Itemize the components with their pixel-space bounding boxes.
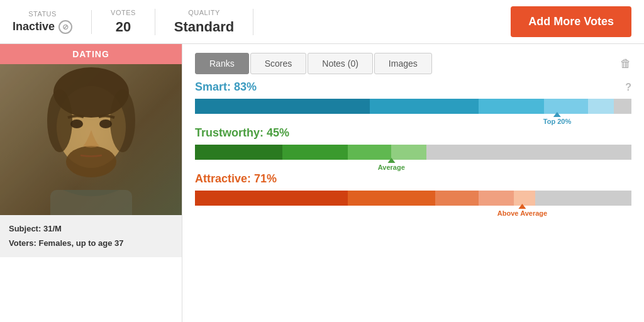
add-votes-button[interactable]: Add More Votes xyxy=(511,6,631,37)
trustworthy-label: Trustworthy: 45% xyxy=(195,126,289,140)
help-icon-smart[interactable]: ? xyxy=(625,82,631,93)
trustworthy-title: Trustworthy: 45% xyxy=(195,126,631,140)
right-panel: Ranks Scores Notes (0) Images 🗑 Smart: 8… xyxy=(182,44,644,322)
tab-ranks[interactable]: Ranks xyxy=(195,53,249,74)
voters-value: Females, up to age 37 xyxy=(38,238,123,248)
attractive-bar: Above Average xyxy=(195,191,631,206)
subject-row: Subject: 31/M xyxy=(9,221,173,236)
votes-section: VOTES 20 xyxy=(92,9,155,35)
left-panel: DATING xyxy=(0,44,182,322)
status-value: Inactive ⊘ xyxy=(13,20,72,34)
trustworthy-stat: Trustworthy: 45% Average xyxy=(195,126,631,160)
category-label: DATING xyxy=(0,44,182,64)
smart-marker-label: Top 20% xyxy=(543,118,571,125)
smart-title: Smart: 83% ? xyxy=(195,80,631,94)
smart-bar: Top 20% xyxy=(195,99,631,114)
status-label: STATUS xyxy=(28,10,57,18)
status-section: STATUS Inactive ⊘ xyxy=(13,10,92,34)
votes-value: 20 xyxy=(116,19,131,35)
smart-label: Smart: 83% xyxy=(195,80,257,94)
subject-value: 31/M xyxy=(43,224,62,233)
attr-seg-1 xyxy=(195,191,348,206)
toggle-icon[interactable]: ⊘ xyxy=(58,20,72,34)
trustworthy-marker-label: Average xyxy=(378,164,405,171)
smart-rest xyxy=(614,99,631,114)
profile-photo xyxy=(0,64,182,215)
quality-section: QUALITY Standard xyxy=(155,9,253,35)
tab-images[interactable]: Images xyxy=(374,53,432,74)
smart-seg-2 xyxy=(370,99,479,114)
delete-icon[interactable]: 🗑 xyxy=(620,57,631,70)
smart-seg-5 xyxy=(588,99,614,114)
trustworthy-bar: Average xyxy=(195,145,631,160)
voters-row: Voters: Females, up to age 37 xyxy=(9,236,173,250)
trust-seg-2 xyxy=(282,145,348,160)
tabs-bar: Ranks Scores Notes (0) Images 🗑 xyxy=(195,44,631,80)
attr-rest xyxy=(535,191,631,206)
attractive-marker-label: Above Average xyxy=(497,209,547,217)
status-text: Inactive xyxy=(13,20,55,33)
trustworthy-arrow xyxy=(387,158,395,163)
header: STATUS Inactive ⊘ VOTES 20 QUALITY Stand… xyxy=(0,0,644,44)
smart-seg-1 xyxy=(195,99,370,114)
attractive-arrow xyxy=(519,204,526,209)
attractive-marker: Above Average xyxy=(497,204,547,217)
attractive-title: Attractive: 71% xyxy=(195,172,631,186)
attr-seg-2 xyxy=(348,191,435,206)
smart-seg-3 xyxy=(479,99,544,114)
trust-seg-1 xyxy=(195,145,282,160)
quality-value: Standard xyxy=(174,19,234,35)
trust-rest xyxy=(426,145,631,160)
trustworthy-marker: Average xyxy=(378,158,405,171)
tab-notes[interactable]: Notes (0) xyxy=(308,53,373,74)
smart-arrow xyxy=(553,112,561,117)
smart-marker: Top 20% xyxy=(543,112,571,125)
attractive-label: Attractive: 71% xyxy=(195,172,277,186)
attr-seg-3 xyxy=(435,191,479,206)
profile-svg xyxy=(0,64,182,215)
subject-label: Subject: xyxy=(9,224,41,233)
voters-label: Voters: xyxy=(9,238,36,248)
quality-label: QUALITY xyxy=(188,9,220,16)
attractive-stat: Attractive: 71% Above Average xyxy=(195,172,631,206)
smart-stat: Smart: 83% ? Top 20% xyxy=(195,80,631,114)
subject-info: Subject: 31/M Voters: Females, up to age… xyxy=(0,215,182,257)
svg-rect-9 xyxy=(0,64,182,215)
main-content: DATING xyxy=(0,44,644,322)
tab-scores[interactable]: Scores xyxy=(250,53,307,74)
votes-label: VOTES xyxy=(111,9,136,16)
